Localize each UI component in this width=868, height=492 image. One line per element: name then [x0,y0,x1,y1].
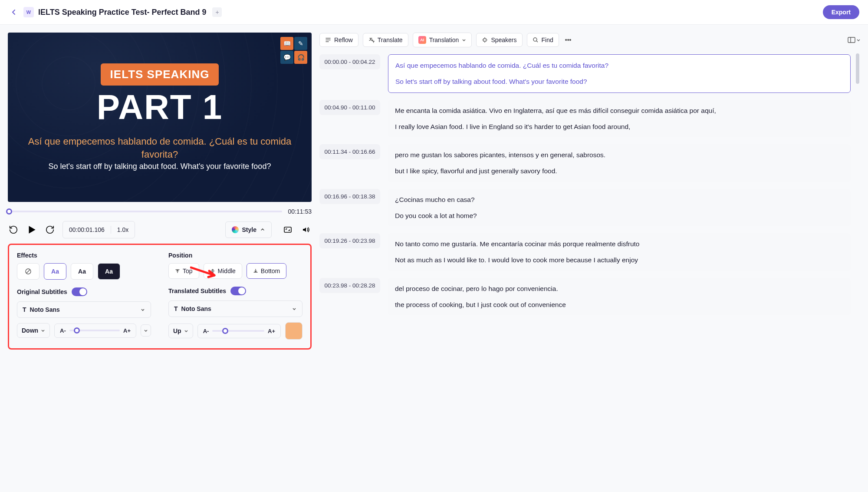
segment-timestamp[interactable]: 00:00.00 - 00:04.22 [319,54,380,69]
reflow-icon [325,37,331,43]
fullscreen-button[interactable] [282,224,293,235]
segment-text-es[interactable]: Así que empecemos hablando de comida. ¿C… [395,60,843,70]
speakers-button[interactable]: Speakers [476,33,522,47]
segment-text-en[interactable]: Not as much as I would like to. I would … [395,255,844,265]
style-panel: Effects Aa Aa Aa Original Subtitles TNot… [8,244,312,350]
style-col-right: Position Top Middle Bottom [168,252,302,340]
back-button[interactable] [9,7,19,17]
video-corner-icons: 📖 ✎ 💬 🎧 [280,37,307,64]
segment-body[interactable]: ¿Cocinas mucho en casa?Do you cook a lot… [388,189,851,227]
effect-none-button[interactable] [17,263,39,280]
chevron-down-icon [292,306,297,311]
volume-icon [302,225,310,234]
slider-thumb[interactable] [222,328,228,334]
translated-direction-select[interactable]: Up [168,324,193,338]
svg-rect-2 [483,39,486,41]
topbar: W IELTS Speaking Practice Test- Perfect … [0,0,868,25]
segment-text-en[interactable]: but I like spicy, flavorful and just gen… [395,166,844,176]
more-button[interactable]: ••• [563,34,573,46]
segment-body[interactable]: del proceso de cocinar, pero lo hago por… [388,278,851,316]
original-subtitles-label: Original Subtitles [17,288,67,295]
current-time[interactable]: 00:00:01.106 [69,226,105,233]
segment-text-es[interactable]: No tanto como me gustaría. Me encantaría… [395,239,844,249]
effect-outline-button[interactable]: Aa [44,263,66,280]
translated-subtitles-label: Translated Subtitles [168,287,226,294]
pen-icon: ✎ [294,37,307,50]
add-tab-button[interactable]: + [212,7,222,17]
translation-button[interactable]: AI Translation [413,33,472,47]
main: 📖 ✎ 💬 🎧 IELTS SPEAKING PART 1 Así que em… [0,25,868,357]
slider-thumb[interactable] [74,327,80,334]
segments-list: 00:00.00 - 00:04.22Así que empecemos hab… [319,54,860,315]
right-panel: Reflow Translate AI Translation Speakers… [319,33,860,350]
segment-text-es[interactable]: pero me gustan los sabores picantes, int… [395,150,844,160]
progress-thumb[interactable] [6,208,12,215]
position-bottom-button[interactable]: Bottom [247,263,286,279]
segment[interactable]: 00:11.34 - 00:16.66pero me gustan los sa… [319,144,860,182]
translated-font-select[interactable]: TNoto Sans [168,300,302,317]
segment-text-es[interactable]: del proceso de cocinar, pero lo hago por… [395,284,844,294]
segment[interactable]: 00:19.26 - 00:23.98No tanto como me gust… [319,233,860,271]
separator [111,226,111,234]
segment[interactable]: 00:23.98 - 00:28.28del proceso de cocina… [319,278,860,316]
original-color-select[interactable] [141,324,151,337]
segment-timestamp[interactable]: 00:16.96 - 00:18.38 [319,189,380,204]
playback-controls: 00:00:01.106 1.0x Style [8,221,312,238]
position-top-button[interactable]: Top [168,263,199,279]
svg-point-3 [533,38,537,41]
volume-button[interactable] [300,224,312,235]
segment-body[interactable]: Así que empecemos hablando de comida. ¿C… [388,54,851,93]
subtitle-english: So let's start off by talking about food… [36,162,284,171]
scrollbar[interactable] [856,53,859,84]
speakers-label: Speakers [491,36,516,43]
find-button[interactable]: Find [527,33,559,47]
progress-bar[interactable] [8,211,282,212]
segment-body[interactable]: Me encanta la comida asiática. Vivo en I… [388,100,851,138]
segment-timestamp[interactable]: 00:19.26 - 00:23.98 [319,233,380,248]
original-font-name: Noto Sans [30,306,60,313]
forward-button[interactable] [44,224,56,235]
reflow-button[interactable]: Reflow [319,33,358,47]
segment-timestamp[interactable]: 00:11.34 - 00:16.66 [319,144,380,159]
style-icon [232,226,239,233]
segment-body[interactable]: pero me gustan los sabores picantes, int… [388,144,851,182]
original-size-slider[interactable] [69,330,120,331]
segment-timestamp[interactable]: 00:23.98 - 00:28.28 [319,278,380,293]
translated-size-slider[interactable] [212,330,264,332]
play-button[interactable] [26,224,37,235]
segment-body[interactable]: No tanto como me gustaría. Me encantaría… [388,233,851,271]
segment[interactable]: 00:16.96 - 00:18.38¿Cocinas mucho en cas… [319,189,860,227]
segment-text-es[interactable]: Me encanta la comida asiática. Vivo en I… [395,106,844,116]
segment-text-en[interactable]: So let's start off by talking about food… [395,76,843,86]
effect-plain-button[interactable]: Aa [71,263,93,280]
original-direction-select[interactable]: Down [17,323,50,338]
forward-icon [45,225,55,234]
translated-subtitles-row: Translated Subtitles [168,287,302,295]
segment-timestamp[interactable]: 00:04.90 - 00:11.00 [319,100,380,115]
playback-speed[interactable]: 1.0x [117,226,128,233]
effect-box-button[interactable]: Aa [98,263,120,280]
svg-rect-4 [848,37,855,43]
translate-button[interactable]: Translate [363,33,408,47]
segment-text-en[interactable]: the process of cooking, but I just cook … [395,300,844,310]
position-middle-button[interactable]: Middle [204,263,242,279]
translated-bottom-controls: Up A- A+ [168,322,302,340]
segment-text-es[interactable]: ¿Cocinas mucho en casa? [395,195,844,205]
segment-text-en[interactable]: Do you cook a lot at home? [395,211,844,221]
segment-text-en[interactable]: I really love Asian food. I live in Engl… [395,122,844,132]
video-preview[interactable]: 📖 ✎ 💬 🎧 IELTS SPEAKING PART 1 Así que em… [8,33,312,202]
view-mode-select[interactable] [848,37,860,43]
translated-direction-label: Up [173,327,181,334]
layout-icon [848,37,855,43]
rewind-button[interactable] [8,224,19,235]
original-font-select[interactable]: TNoto Sans [17,301,151,318]
original-subtitles-toggle[interactable] [72,287,87,296]
export-button[interactable]: Export [823,5,859,19]
style-button[interactable]: Style [225,221,272,238]
segment[interactable]: 00:00.00 - 00:04.22Así que empecemos hab… [319,54,860,93]
size-plus-label: A+ [123,327,131,334]
translated-color-select[interactable] [285,322,302,340]
play-icon [26,223,37,236]
translated-subtitles-toggle[interactable] [230,287,246,295]
segment[interactable]: 00:04.90 - 00:11.00Me encanta la comida … [319,100,860,138]
